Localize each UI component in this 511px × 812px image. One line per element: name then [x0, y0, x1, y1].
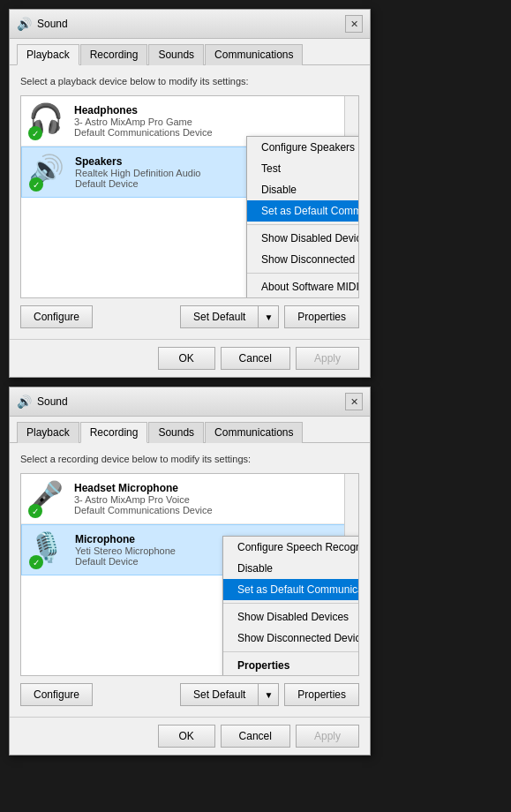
- title-bar-1: 🔊 Sound ✕: [10, 10, 370, 39]
- check-icon-3: ✓: [32, 507, 39, 516]
- ctx-configure-speakers[interactable]: Configure Speakers: [247, 137, 359, 158]
- tab-bar-1: Playback Recording Sounds Communications: [10, 39, 370, 65]
- title-bar-2: 🔊 Sound ✕: [10, 387, 370, 417]
- tab-communications-1[interactable]: Communications: [205, 44, 303, 65]
- device-icon-headphones: 🎧 ✓: [28, 102, 67, 140]
- set-default-button-1[interactable]: Set Default: [180, 305, 258, 328]
- apply-button-2[interactable]: Apply: [296, 725, 359, 748]
- window-title-2: Sound: [37, 395, 68, 408]
- tab-communications-2[interactable]: Communications: [205, 422, 303, 443]
- ctx-show-disabled-2[interactable]: Show Disabled Devices: [223, 606, 359, 628]
- apply-button-1[interactable]: Apply: [296, 347, 359, 370]
- device-list-1: 🎧 ✓ Headphones 3- Astro MixAmp Pro Game …: [20, 95, 359, 298]
- cancel-button-2[interactable]: Cancel: [221, 725, 290, 748]
- dropdown-icon-2: ▼: [264, 690, 273, 700]
- device-icon-speakers: 🔊 ✓: [29, 153, 68, 192]
- instruction-2: Select a recording device below to modif…: [20, 454, 359, 464]
- device-sub-headset-mic: 3- Astro MixAmp Pro Voice: [74, 494, 351, 505]
- tab-recording-1[interactable]: Recording: [80, 44, 148, 65]
- sound-dialog-playback: 🔊 Sound ✕ Playback Recording Sounds Comm…: [9, 9, 371, 378]
- set-default-button-2[interactable]: Set Default: [180, 683, 258, 706]
- status-badge-headset-mic: ✓: [28, 504, 42, 518]
- tab-bar-2: Playback Recording Sounds Communications: [10, 417, 370, 443]
- instruction-1: Select a playback device below to modify…: [20, 76, 359, 86]
- ctx-disable-2[interactable]: Disable: [223, 558, 359, 579]
- sound-icon: 🔊: [17, 17, 32, 31]
- set-default-arrow-2[interactable]: ▼: [258, 683, 279, 706]
- configure-button-1[interactable]: Configure: [20, 305, 93, 328]
- ctx-separator-2: [247, 273, 359, 274]
- window-content-2: Select a recording device below to modif…: [10, 443, 370, 717]
- ctx-set-default-comm[interactable]: Set as Default Communication Device: [247, 200, 359, 222]
- ctx-about-midi[interactable]: About Software MIDI Synthesizer: [247, 276, 359, 297]
- device-info-headphones: Headphones 3- Astro MixAmp Pro Game Defa…: [74, 104, 351, 138]
- dialog-buttons-1: OK Cancel Apply: [10, 339, 370, 377]
- sound-dialog-recording: 🔊 Sound ✕ Playback Recording Sounds Comm…: [9, 387, 371, 756]
- context-menu-2: Configure Speech Recognition Disable Set…: [222, 536, 359, 676]
- tab-playback-1[interactable]: Playback: [17, 44, 79, 65]
- ctx-separator-4: [223, 603, 359, 604]
- close-icon: ✕: [350, 19, 358, 30]
- tab-playback-2[interactable]: Playback: [17, 422, 79, 443]
- ok-button-1[interactable]: OK: [158, 347, 215, 370]
- configure-button-2[interactable]: Configure: [20, 683, 93, 706]
- ctx-show-disabled[interactable]: Show Disabled Devices: [247, 228, 359, 249]
- tab-sounds-2[interactable]: Sounds: [148, 422, 204, 443]
- close-button-2[interactable]: ✕: [345, 393, 363, 410]
- tab-recording-2[interactable]: Recording: [80, 422, 148, 443]
- device-list-2: 🎤 ✓ Headset Microphone 3- Astro MixAmp P…: [20, 473, 359, 676]
- device-name-headset-mic: Headset Microphone: [74, 482, 351, 494]
- ctx-properties-2[interactable]: Properties: [223, 655, 359, 676]
- set-default-group-1: Set Default ▼: [180, 305, 279, 328]
- ok-button-2[interactable]: OK: [158, 725, 215, 748]
- device-icon-microphone: 🎙️ ✓: [29, 530, 68, 569]
- status-badge-speakers: ✓: [29, 177, 43, 192]
- close-icon-2: ✕: [350, 396, 358, 408]
- window-title-1: Sound: [37, 18, 68, 30]
- window-content-1: Select a playback device below to modify…: [10, 65, 370, 339]
- ctx-show-disconnected-2[interactable]: Show Disconnected Devices: [223, 628, 359, 649]
- context-menu-1: Configure Speakers Test Disable Set as D…: [246, 136, 359, 298]
- cancel-button-1[interactable]: Cancel: [221, 347, 290, 370]
- ctx-test[interactable]: Test: [247, 158, 359, 179]
- ctx-disable[interactable]: Disable: [247, 179, 359, 200]
- dropdown-icon-1: ▼: [264, 312, 273, 322]
- device-default-headset-mic: Default Communications Device: [74, 505, 351, 515]
- set-default-group-2: Set Default ▼: [180, 683, 279, 706]
- device-name-headphones: Headphones: [74, 104, 351, 117]
- bottom-buttons-2: Configure Set Default ▼ Properties: [20, 683, 359, 706]
- status-badge-microphone: ✓: [29, 555, 43, 569]
- properties-button-2[interactable]: Properties: [284, 683, 359, 706]
- title-bar-left: 🔊 Sound: [17, 17, 68, 31]
- sound-icon-2: 🔊: [17, 395, 32, 409]
- device-icon-headset-mic: 🎤 ✓: [28, 479, 67, 518]
- check-icon-2: ✓: [33, 180, 40, 190]
- status-badge-headphones: ✓: [28, 126, 42, 140]
- properties-button-1[interactable]: Properties: [284, 305, 359, 328]
- device-item-headset-mic[interactable]: 🎤 ✓ Headset Microphone 3- Astro MixAmp P…: [21, 474, 358, 524]
- ctx-configure-speech[interactable]: Configure Speech Recognition: [223, 537, 359, 558]
- device-info-headset-mic: Headset Microphone 3- Astro MixAmp Pro V…: [74, 482, 351, 515]
- check-icon-4: ✓: [33, 558, 40, 568]
- check-icon: ✓: [32, 129, 39, 139]
- set-default-arrow-1[interactable]: ▼: [258, 305, 279, 328]
- close-button-1[interactable]: ✕: [345, 15, 363, 33]
- tab-sounds-1[interactable]: Sounds: [148, 44, 204, 65]
- title-bar-left-2: 🔊 Sound: [17, 395, 68, 409]
- bottom-buttons-1: Configure Set Default ▼ Properties: [20, 305, 359, 328]
- ctx-set-default-comm-2[interactable]: Set as Default Communication Device: [223, 579, 359, 600]
- device-sub-headphones: 3- Astro MixAmp Pro Game: [74, 117, 351, 127]
- ctx-separator-5: [223, 651, 359, 652]
- ctx-show-disconnected[interactable]: Show Disconnected Devices: [247, 249, 359, 270]
- ctx-separator-1: [247, 224, 359, 225]
- dialog-buttons-2: OK Cancel Apply: [10, 717, 370, 755]
